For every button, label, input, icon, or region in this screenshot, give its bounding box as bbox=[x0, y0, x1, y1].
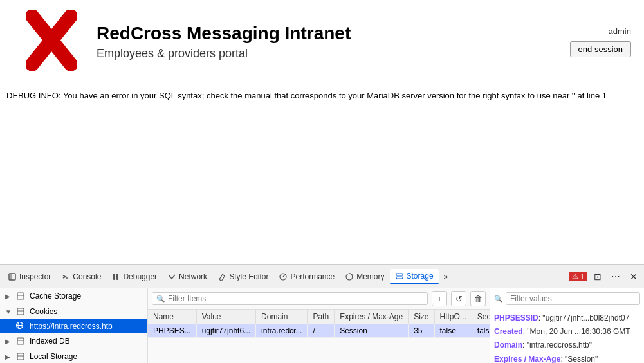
cookies-label: Cookies bbox=[30, 307, 57, 316]
sidebar-item-cookies[interactable]: ▼ Cookies bbox=[0, 304, 147, 319]
col-value[interactable]: Value bbox=[196, 310, 255, 324]
detail-key-2: Domain bbox=[494, 340, 522, 349]
col-httpo[interactable]: HttpO... bbox=[434, 310, 472, 324]
devtools-body: ▶ Cache Storage ▼ Cookies https://int bbox=[0, 288, 644, 363]
site-subtitle: Employees & providers portal bbox=[97, 47, 351, 60]
local-storage-icon bbox=[15, 351, 26, 362]
tab-inspector[interactable]: Inspector bbox=[3, 270, 56, 284]
detail-line-3: Expires / Max-Age: "Session" bbox=[494, 353, 640, 363]
header: RedCross Messaging Intranet Employees & … bbox=[0, 0, 644, 84]
storage-icon bbox=[395, 272, 404, 281]
devtools-panel: Inspector Console Debugger Network Style… bbox=[0, 264, 644, 363]
table-row[interactable]: PHPSES... ugjtir77jnht6... intra.redcr..… bbox=[148, 324, 490, 338]
col-expires[interactable]: Expires / Max-Age bbox=[335, 310, 409, 324]
cell-path: / bbox=[308, 324, 335, 338]
delete-button[interactable]: 🗑 bbox=[470, 291, 486, 306]
cell-secu: false bbox=[472, 324, 490, 338]
svg-rect-10 bbox=[396, 274, 403, 275]
tab-console-label: Console bbox=[73, 272, 101, 281]
col-name[interactable]: Name bbox=[148, 310, 196, 324]
toggle-responsive-button[interactable]: ⊡ bbox=[590, 269, 605, 284]
filter-input-wrap: 🔍 bbox=[152, 292, 428, 305]
detail-val-0: : "ugjtir77jnht...b0l82jhdt07 bbox=[538, 313, 630, 322]
indexed-db-icon bbox=[15, 336, 26, 346]
toolbar-right: ⚠ 1 ⊡ ⋯ ✕ bbox=[569, 269, 641, 284]
cookies-table: Name Value Domain Path Expires / Max-Age… bbox=[148, 310, 490, 338]
tab-performance[interactable]: Performance bbox=[273, 270, 340, 284]
indexed-db-label: Indexed DB bbox=[30, 337, 70, 346]
error-count: 1 bbox=[580, 273, 584, 281]
cell-value: ugjtir77jnht6... bbox=[196, 324, 255, 338]
tab-style-editor-label: Style Editor bbox=[229, 272, 268, 281]
header-text: RedCross Messaging Intranet Employees & … bbox=[97, 23, 351, 60]
more-tabs-button[interactable]: » bbox=[439, 270, 454, 284]
cell-httpo: false bbox=[434, 324, 472, 338]
storage-sidebar: ▶ Cache Storage ▼ Cookies https://int bbox=[0, 288, 148, 363]
performance-icon bbox=[279, 272, 288, 281]
main-table-panel: 🔍 + ↺ 🗑 Name Value Domain Path bbox=[148, 288, 490, 363]
svg-rect-3 bbox=[9, 274, 15, 280]
tab-debugger[interactable]: Debugger bbox=[106, 270, 162, 284]
close-devtools-button[interactable]: ✕ bbox=[626, 269, 641, 284]
add-row-button[interactable]: + bbox=[432, 291, 447, 306]
col-size[interactable]: Size bbox=[409, 310, 434, 324]
tab-storage[interactable]: Storage bbox=[390, 269, 439, 284]
https-intra-label: https://intra.redcross.htb bbox=[30, 322, 113, 331]
refresh-button[interactable]: ↺ bbox=[451, 291, 466, 306]
detail-line-2: Domain: "intra.redcross.htb" bbox=[494, 339, 640, 351]
cell-domain: intra.redcr... bbox=[256, 324, 308, 338]
globe-icon bbox=[15, 321, 26, 331]
filter-items-input[interactable] bbox=[168, 294, 423, 303]
site-title: RedCross Messaging Intranet bbox=[97, 23, 351, 44]
col-domain[interactable]: Domain bbox=[256, 310, 308, 324]
detail-panel: 🔍 PHPSESSID: "ugjtir77jnht...b0l82jhdt07… bbox=[490, 288, 644, 363]
sidebar-item-cache-storage[interactable]: ▶ Cache Storage bbox=[0, 288, 147, 304]
devtools-toolbar: Inspector Console Debugger Network Style… bbox=[0, 265, 644, 288]
sidebar-item-indexed-db[interactable]: ▶ Indexed DB bbox=[0, 333, 147, 349]
data-detail: PHPSESSID: "ugjtir77jnht...b0l82jhdt07 C… bbox=[494, 312, 640, 363]
col-path[interactable]: Path bbox=[308, 310, 335, 324]
header-user: admin end session bbox=[570, 26, 631, 57]
admin-label: admin bbox=[609, 26, 631, 36]
arrow-icon: ▶ bbox=[5, 293, 12, 300]
tab-memory[interactable]: Memory bbox=[340, 270, 389, 284]
right-filter-bar: 🔍 bbox=[494, 292, 640, 308]
tab-performance-label: Performance bbox=[290, 272, 335, 281]
table-header-row: Name Value Domain Path Expires / Max-Age… bbox=[148, 310, 490, 324]
tab-memory-label: Memory bbox=[356, 272, 384, 281]
cookie-table: Name Value Domain Path Expires / Max-Age… bbox=[148, 310, 490, 363]
indexed-db-arrow-icon: ▶ bbox=[5, 338, 12, 345]
tab-console[interactable]: Console bbox=[56, 270, 106, 284]
svg-rect-11 bbox=[396, 277, 403, 279]
cookies-arrow-icon: ▼ bbox=[5, 308, 12, 315]
cell-expires: Session bbox=[335, 324, 409, 338]
svg-rect-7 bbox=[116, 274, 118, 280]
detail-val-2: : "intra.redcross.htb" bbox=[522, 340, 592, 349]
col-secu[interactable]: Secu... bbox=[472, 310, 490, 324]
sidebar-item-https-intra[interactable]: https://intra.redcross.htb bbox=[0, 319, 147, 333]
cache-storage-label: Cache Storage bbox=[30, 292, 81, 301]
detail-val-3: : "Session" bbox=[560, 355, 598, 363]
debug-message: DEBUG INFO: You have an error in your SQ… bbox=[6, 91, 607, 100]
detail-line-0: PHPSESSID: "ugjtir77jnht...b0l82jhdt07 bbox=[494, 312, 640, 324]
svg-rect-12 bbox=[17, 293, 24, 299]
error-icon: ⚠ bbox=[572, 272, 578, 281]
inspector-icon bbox=[8, 272, 17, 281]
filter-values-input[interactable] bbox=[506, 292, 640, 305]
filter-bar: 🔍 + ↺ 🗑 bbox=[148, 288, 490, 310]
tab-debugger-label: Debugger bbox=[123, 272, 157, 281]
detail-key-3: Expires / Max-Age bbox=[494, 355, 560, 363]
svg-rect-14 bbox=[17, 308, 24, 315]
cache-storage-icon bbox=[15, 291, 26, 301]
end-session-button[interactable]: end session bbox=[570, 41, 631, 57]
svg-rect-19 bbox=[17, 338, 24, 344]
detail-key-1: Created bbox=[494, 327, 523, 336]
sidebar-item-local-storage[interactable]: ▶ Local Storage bbox=[0, 349, 147, 363]
logo bbox=[13, 6, 90, 77]
detail-key-0: PHPSESSID bbox=[494, 313, 538, 322]
local-storage-arrow-icon: ▶ bbox=[5, 353, 12, 360]
tab-network-label: Network bbox=[179, 272, 207, 281]
tab-style-editor[interactable]: Style Editor bbox=[212, 270, 273, 284]
tab-network[interactable]: Network bbox=[162, 270, 212, 284]
more-options-button[interactable]: ⋯ bbox=[608, 269, 623, 284]
